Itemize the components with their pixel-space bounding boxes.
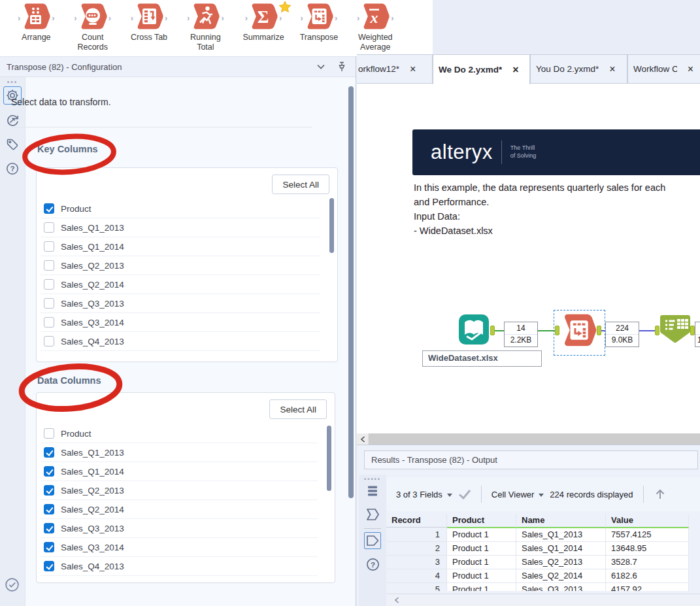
tab-orkflow12[interactable]: orkflow12*× xyxy=(357,54,433,83)
tool-arrange[interactable]: ››Arrange xyxy=(17,3,56,42)
tab-workflow-cha[interactable]: Workflow Cha× xyxy=(627,54,700,83)
column-row-sales-q3-2013[interactable]: Sales_Q3_2013 xyxy=(41,519,318,538)
workflow-canvas[interactable]: alteryx The Thrill of Solving In this ex… xyxy=(357,84,700,433)
cell-product[interactable]: Product 1 xyxy=(447,569,516,583)
cell-name[interactable]: Sales_Q2_2013 xyxy=(516,556,606,569)
checkbox-checked[interactable] xyxy=(44,203,54,214)
fields-dropdown[interactable]: 3 of 3 Fields xyxy=(396,490,452,499)
checkbox-unchecked[interactable] xyxy=(44,298,54,309)
cell-record[interactable]: 4 xyxy=(386,569,447,583)
check-circle-icon[interactable] xyxy=(4,577,20,596)
checkbox-unchecked[interactable] xyxy=(44,336,54,346)
column-header-name[interactable]: Name xyxy=(516,514,606,528)
cell-product[interactable]: Product 1 xyxy=(447,556,516,569)
checkbox-unchecked[interactable] xyxy=(44,260,54,271)
data-columns-scrollbar-thumb[interactable] xyxy=(327,426,331,491)
cell-value[interactable]: 3528.7 xyxy=(606,556,689,569)
column-row-product[interactable]: Product xyxy=(41,199,320,218)
cell-product[interactable]: Product 1 xyxy=(447,542,516,556)
favorite-star-icon[interactable] xyxy=(278,1,292,14)
column-row-sales-q1-2014[interactable]: Sales_Q1_2014 xyxy=(41,462,318,481)
cell-name[interactable]: Sales_Q2_2014 xyxy=(516,569,606,583)
tool-cross-tab[interactable]: ››Cross Tab xyxy=(130,3,169,42)
tab-we-do-2-yxmd[interactable]: We Do 2.yxmd*× xyxy=(433,54,530,84)
results-horizontal-scrollbar[interactable] xyxy=(386,594,700,606)
tool-shape-icon[interactable] xyxy=(364,506,381,523)
strip-handle-dots-icon[interactable]: ••• xyxy=(0,78,25,86)
column-row-sales-q1-2013[interactable]: Sales_Q1_2013 xyxy=(41,443,318,462)
cell-record[interactable]: 1 xyxy=(386,528,447,542)
cell-record[interactable]: 5 xyxy=(386,583,447,591)
column-header-record[interactable]: Record xyxy=(386,514,447,528)
tool-weighted-average[interactable]: ›x›Weighted Average xyxy=(354,3,397,52)
output-anchor-icon[interactable] xyxy=(364,532,381,549)
panel-scrollbar-thumb[interactable] xyxy=(348,86,354,498)
output-anchor[interactable] xyxy=(597,326,601,335)
column-row-sales-q3-2013[interactable]: Sales_Q3_2013 xyxy=(41,294,320,313)
column-row-sales-q4-2013[interactable]: Sales_Q4_2013 xyxy=(41,557,318,576)
canvas-horizontal-scrollbar[interactable] xyxy=(357,433,700,445)
transpose-tool[interactable] xyxy=(560,313,597,350)
cell-value[interactable]: 13648.95 xyxy=(606,542,689,556)
tag-icon[interactable] xyxy=(3,135,22,154)
checkbox-checked[interactable] xyxy=(44,561,54,571)
browse-tool[interactable] xyxy=(659,314,691,346)
cell-product[interactable]: Product 1 xyxy=(447,583,516,591)
column-row-product[interactable]: Product xyxy=(41,424,318,443)
close-icon[interactable]: × xyxy=(688,64,693,75)
output-anchor[interactable] xyxy=(690,326,695,335)
tab-you-do-2-yxmd[interactable]: You Do 2.yxmd*× xyxy=(530,54,627,83)
column-row-sales-q3-2014[interactable]: Sales_Q3_2014 xyxy=(41,313,320,332)
checkbox-checked[interactable] xyxy=(44,523,54,533)
tool-transpose[interactable]: ››Transpose xyxy=(300,3,339,42)
cell-value[interactable]: 7557.4125 xyxy=(606,528,689,542)
tool-summarize[interactable]: ›Σ›Summarize xyxy=(242,3,284,42)
column-row-sales-q2-2013[interactable]: Sales_Q2_2013 xyxy=(41,256,320,275)
checkbox-checked[interactable] xyxy=(44,466,54,477)
input-data-tool[interactable] xyxy=(458,314,490,348)
output-anchor[interactable] xyxy=(490,326,495,335)
move-up-icon[interactable] xyxy=(654,488,667,501)
checkbox-checked[interactable] xyxy=(44,504,54,514)
tool-running-total[interactable]: ››Running Total xyxy=(184,3,227,52)
cell-name[interactable]: Sales_Q3_2013 xyxy=(516,583,606,591)
checkbox-checked[interactable] xyxy=(44,447,54,458)
input-tool-annotation[interactable]: WideDataset.xlsx xyxy=(422,350,542,367)
cell-record[interactable]: 2 xyxy=(386,542,447,556)
help-icon[interactable]: ? xyxy=(3,160,22,178)
checkbox-unchecked[interactable] xyxy=(44,241,54,252)
scrollbar-thumb[interactable] xyxy=(369,433,700,445)
key-columns-select-all-button[interactable]: Select All xyxy=(272,175,329,194)
checkbox-unchecked[interactable] xyxy=(44,279,54,290)
column-row-sales-q2-2013[interactable]: Sales_Q2_2013 xyxy=(41,481,318,500)
column-header-product[interactable]: Product xyxy=(447,514,516,528)
close-icon[interactable]: × xyxy=(609,64,615,75)
checkbox-unchecked[interactable] xyxy=(44,317,54,328)
checkbox-unchecked[interactable] xyxy=(44,428,54,439)
column-row-sales-q3-2014[interactable]: Sales_Q3_2014 xyxy=(41,538,318,557)
column-row-sales-q2-2014[interactable]: Sales_Q2_2014 xyxy=(41,500,318,519)
checkbox-checked[interactable] xyxy=(44,485,54,496)
pin-icon[interactable] xyxy=(337,61,346,72)
column-row-sales-q2-2014[interactable]: Sales_Q2_2014 xyxy=(41,275,320,294)
column-row-sales-q1-2013[interactable]: Sales_Q1_2013 xyxy=(41,218,320,237)
cell-name[interactable]: Sales_Q1_2013 xyxy=(516,528,606,542)
cell-viewer-dropdown[interactable]: Cell Viewer xyxy=(492,490,544,499)
input-anchor[interactable] xyxy=(655,326,659,335)
tool-count-records[interactable]: ››Count Records xyxy=(71,3,114,52)
column-row-sales-q4-2013[interactable]: Sales_Q4_2013 xyxy=(41,332,320,351)
cell-product[interactable]: Product 1 xyxy=(447,528,516,542)
strip-handle-dots-icon[interactable]: ••••• xyxy=(359,476,386,482)
cell-value[interactable]: 6182.6 xyxy=(606,569,689,583)
collapse-chevron-icon[interactable] xyxy=(316,63,325,70)
close-icon[interactable]: × xyxy=(512,65,518,75)
checkbox-checked[interactable] xyxy=(44,542,54,552)
cell-record[interactable]: 3 xyxy=(386,556,447,569)
apply-checkmark-icon[interactable] xyxy=(458,489,471,499)
input-anchor[interactable] xyxy=(555,326,559,335)
data-columns-select-all-button[interactable]: Select All xyxy=(269,399,327,419)
checkbox-unchecked[interactable] xyxy=(44,222,54,233)
key-columns-scrollbar-thumb[interactable] xyxy=(329,198,334,253)
column-header-value[interactable]: Value xyxy=(606,514,689,528)
scroll-left-button[interactable] xyxy=(357,433,368,445)
